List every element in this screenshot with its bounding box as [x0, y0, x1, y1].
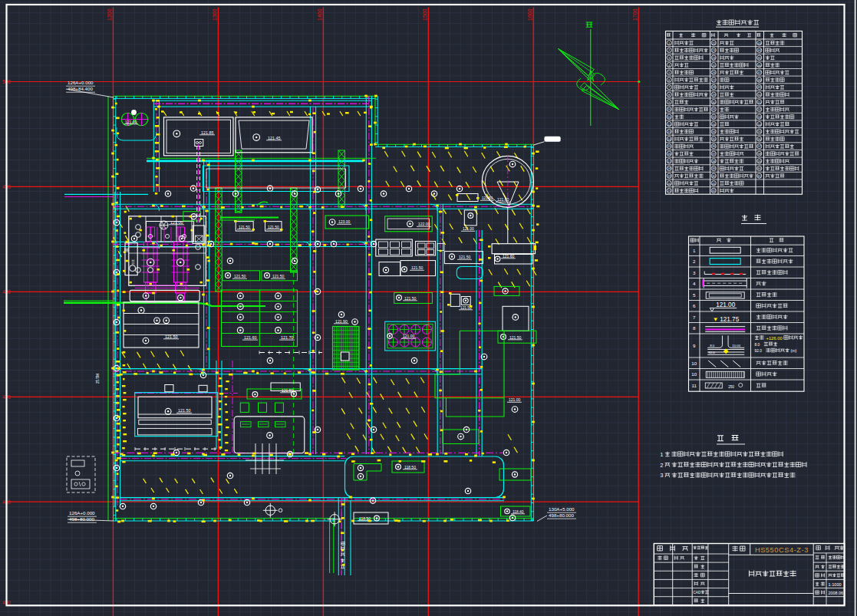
- svg-text:38: 38: [712, 160, 716, 163]
- svg-text:14: 14: [667, 137, 671, 141]
- svg-text:250: 250: [728, 385, 734, 389]
- svg-text:27: 27: [712, 78, 716, 82]
- svg-text:56: 56: [757, 137, 761, 141]
- svg-text:12: 12: [667, 123, 671, 127]
- svg-text:28: 28: [712, 85, 716, 89]
- svg-text:58: 58: [757, 152, 761, 156]
- svg-text:10: 10: [691, 371, 697, 377]
- svg-text:7: 7: [693, 315, 696, 320]
- svg-text:42: 42: [712, 189, 716, 193]
- svg-text:118.50: 118.50: [359, 516, 371, 521]
- svg-text:121.70: 121.70: [281, 335, 294, 340]
- svg-text:1700: 1700: [632, 8, 638, 21]
- svg-text:121.60: 121.60: [244, 335, 257, 340]
- svg-text:1300: 1300: [212, 8, 217, 21]
- svg-text:121.50: 121.50: [234, 274, 246, 278]
- svg-text:(m): (m): [791, 348, 797, 353]
- svg-text:18: 18: [667, 166, 671, 170]
- svg-text:121.50: 121.50: [282, 388, 294, 393]
- svg-text:121.50: 121.50: [165, 334, 178, 339]
- svg-text:22: 22: [712, 41, 716, 45]
- svg-text:1:1000: 1:1000: [829, 582, 842, 587]
- svg-text:45: 45: [757, 56, 761, 60]
- svg-text:10: 10: [667, 107, 671, 111]
- svg-text:59: 59: [757, 160, 761, 163]
- svg-text:49: 49: [757, 85, 761, 89]
- svg-text:121.85: 121.85: [201, 130, 214, 135]
- svg-text:10: 10: [691, 361, 697, 366]
- svg-text:4: 4: [693, 281, 696, 286]
- svg-text:36: 36: [712, 144, 716, 148]
- svg-text:32: 32: [712, 115, 716, 119]
- svg-text:60: 60: [757, 166, 761, 170]
- svg-text:498+80.000: 498+80.000: [69, 516, 94, 522]
- svg-text:CAD: CAD: [694, 591, 701, 595]
- svg-text:1500: 1500: [422, 8, 427, 21]
- svg-text:8: 8: [693, 325, 696, 331]
- svg-text:52: 52: [757, 107, 761, 111]
- svg-text:3: 3: [661, 473, 664, 478]
- svg-text:121.60: 121.60: [497, 197, 509, 202]
- svg-text:61: 61: [757, 174, 761, 178]
- svg-text:25: 25: [712, 64, 716, 68]
- svg-text:121: 121: [131, 259, 135, 265]
- svg-text:53: 53: [757, 115, 761, 119]
- svg-text:35: 35: [712, 137, 716, 141]
- svg-text:498+80.000: 498+80.000: [549, 512, 574, 518]
- svg-text:11: 11: [692, 383, 697, 388]
- svg-text:43: 43: [757, 41, 761, 45]
- svg-text:1600: 1600: [527, 8, 532, 21]
- svg-text:1400: 1400: [317, 8, 322, 21]
- svg-text:3: 3: [693, 270, 696, 275]
- svg-text:6: 6: [693, 303, 696, 308]
- svg-text:121.00: 121.00: [403, 334, 415, 338]
- svg-text:20: 20: [667, 182, 671, 186]
- svg-text:118.40: 118.40: [513, 510, 524, 514]
- svg-text:121.60: 121.60: [503, 254, 515, 259]
- svg-text:21: 21: [667, 189, 671, 193]
- svg-text:29: 29: [712, 93, 716, 97]
- svg-text:+126.00: +126.00: [766, 336, 783, 341]
- svg-text:33: 33: [712, 123, 716, 127]
- svg-text:2: 2: [661, 463, 664, 468]
- svg-text:118.50: 118.50: [404, 465, 416, 469]
- svg-text:8.0: 8.0: [755, 343, 760, 347]
- svg-text:121.50: 121.50: [272, 274, 285, 278]
- svg-text:15: 15: [667, 144, 671, 148]
- svg-text:122.00: 122.00: [418, 222, 430, 226]
- svg-text:48: 48: [757, 78, 761, 82]
- svg-text:30: 30: [712, 100, 716, 104]
- svg-text:9: 9: [693, 343, 696, 348]
- svg-text:39: 39: [712, 166, 716, 170]
- svg-text:121.50: 121.50: [404, 296, 417, 301]
- svg-text:121.00: 121.00: [509, 397, 521, 402]
- svg-text:41: 41: [712, 182, 716, 186]
- svg-text:46: 46: [757, 64, 761, 68]
- svg-text:121.50: 121.50: [509, 335, 522, 340]
- svg-text:37: 37: [712, 152, 716, 156]
- svg-text:23: 23: [712, 48, 716, 52]
- svg-text:HS550CS4-Z-3: HS550CS4-Z-3: [755, 546, 809, 554]
- svg-text:40: 40: [712, 174, 716, 178]
- svg-text:55: 55: [757, 130, 761, 133]
- svg-text:24: 24: [712, 56, 716, 60]
- svg-text:121.50: 121.50: [268, 226, 279, 229]
- svg-text:121.00: 121.00: [463, 227, 474, 231]
- svg-text:1200: 1200: [107, 8, 112, 21]
- svg-text:31: 31: [712, 107, 716, 111]
- svg-text:121.00: 121.00: [125, 120, 137, 124]
- svg-text:10.00: 10.00: [732, 344, 741, 348]
- svg-text:121.90: 121.90: [335, 319, 348, 324]
- svg-text:121.50: 121.50: [459, 255, 471, 259]
- svg-text:121.00: 121.00: [716, 301, 735, 308]
- svg-text:19: 19: [667, 174, 671, 178]
- svg-text:34: 34: [712, 130, 716, 133]
- svg-text:51: 51: [757, 100, 761, 104]
- svg-text:5: 5: [693, 292, 696, 298]
- svg-text:16: 16: [667, 152, 671, 156]
- svg-text:17: 17: [667, 160, 671, 163]
- svg-text:126A+0.000: 126A+0.000: [68, 80, 94, 85]
- svg-text:498+84.400: 498+84.400: [68, 86, 93, 91]
- svg-text:8.0: 8.0: [710, 344, 715, 348]
- svg-text:26: 26: [712, 71, 716, 74]
